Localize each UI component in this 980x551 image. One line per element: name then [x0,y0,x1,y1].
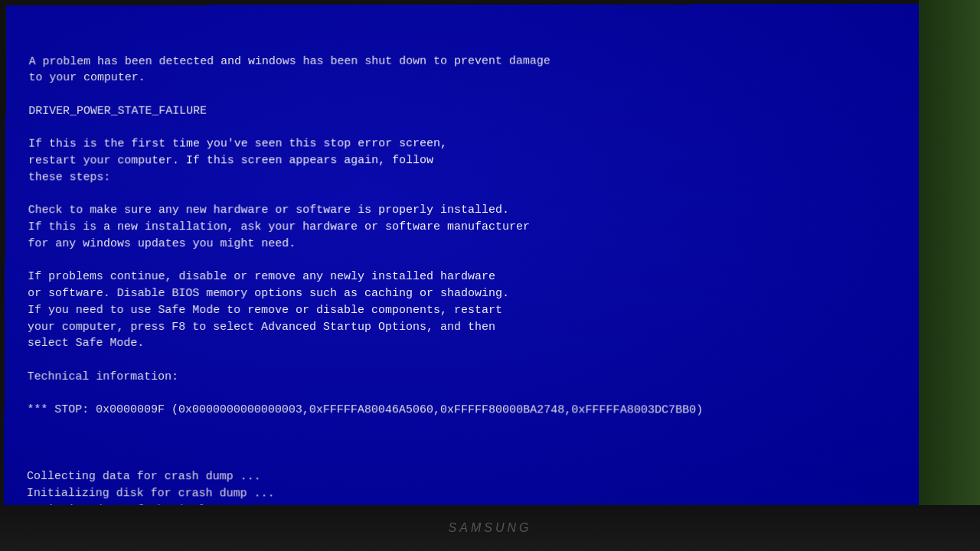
bsod-line-19: Technical information: [28,369,902,386]
bsod-line-11: for any windows updates you might need. [28,236,900,253]
bsod-line-3: DRIVER_POWER_STATE_FAILURE [28,103,900,120]
bsod-line-6: restart your computer. If this screen ap… [28,152,900,169]
bsod-line-25: Collecting data for crash dump ... [27,468,902,486]
bezel-right [919,0,980,551]
bsod-line-13: If problems continue, disable or remove … [28,269,900,285]
bsod-line-16: your computer, press F8 to select Advanc… [28,318,901,335]
bsod-line-7: these steps: [28,169,900,186]
bsod-line-2 [28,86,900,103]
bsod-line-12 [28,252,900,269]
bsod-line-5: If this is the first time you've seen th… [28,135,900,153]
screen-wrapper: A problem has been detected and windows … [4,4,921,507]
bsod-line-23 [27,435,902,453]
bsod-line-26: Initializing disk for crash dump ... [27,485,902,503]
bsod-line-22 [27,419,901,436]
bsod-line-1: to your computer. [29,69,900,86]
bsod-line-10: If this is a new installation, ask your … [28,219,901,236]
bsod-line-0: A problem has been detected and windows … [29,52,900,70]
bsod-line-9: Check to make sure any new hardware or s… [28,202,901,219]
bsod-line-8 [28,185,900,202]
outer-frame: A problem has been detected and windows … [0,0,980,551]
samsung-logo: SAMSUNG [449,521,532,535]
bsod-line-17: select Safe Mode. [28,335,901,352]
bsod-line-15: If you need to use Safe Mode to remove o… [28,302,901,319]
bsod-line-14: or software. Disable BIOS memory options… [28,285,901,302]
bsod-line-24 [27,452,902,469]
bsod-line-20 [27,385,901,403]
bezel-bottom: SAMSUNG [0,505,980,551]
bsod-line-18 [28,352,901,369]
bsod-screen: A problem has been detected and windows … [4,4,925,510]
bsod-content: A problem has been detected and windows … [26,19,902,510]
bsod-line-21: *** STOP: 0x0000009F (0x0000000000000003… [27,402,901,419]
bsod-line-4 [28,119,900,136]
